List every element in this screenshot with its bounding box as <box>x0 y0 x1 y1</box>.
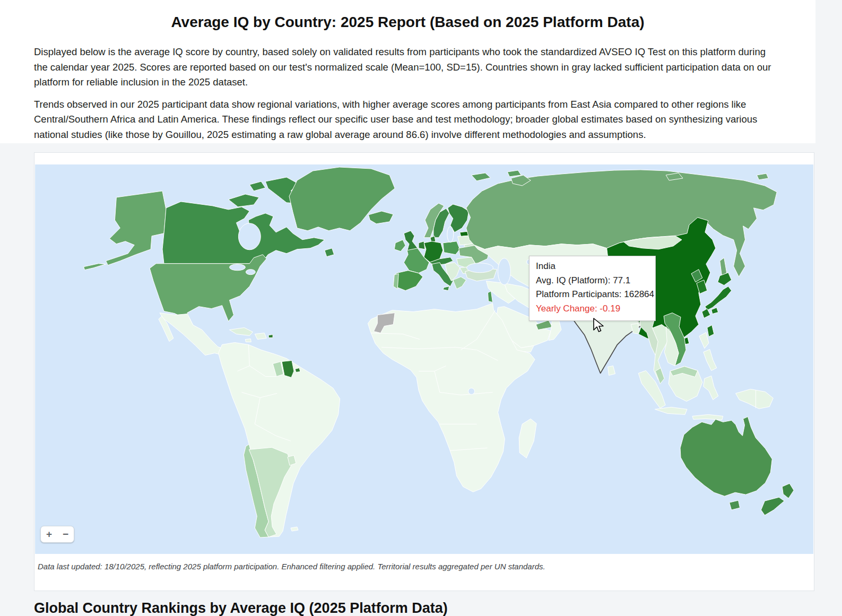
lake-victoria <box>468 388 475 394</box>
caspian-sea <box>498 258 510 285</box>
mouse-cursor-icon <box>593 318 605 334</box>
tooltip-yearly-change: Yearly Change: -0.19 <box>536 302 649 316</box>
country-benelux[interactable] <box>419 241 425 249</box>
zoom-out-button[interactable]: − <box>59 528 73 540</box>
black-sea <box>467 263 493 273</box>
country-puerto-rico[interactable] <box>268 335 273 338</box>
report-header: Average IQ by Country: 2025 Report (Base… <box>0 0 815 143</box>
rankings-section-heading: Global Country Rankings by Average IQ (2… <box>34 600 448 616</box>
intro-paragraph-2: Trends observed in our 2025 participant … <box>34 97 782 143</box>
page-title: Average IQ by Country: 2025 Report (Base… <box>0 0 815 31</box>
country-trinidad[interactable] <box>295 368 300 372</box>
great-lakes <box>230 264 246 271</box>
map-footnote: Data last updated: 18/10/2025, reflectin… <box>38 562 802 571</box>
world-map-card: India Avg. IQ (Platform): 77.1 Platform … <box>34 152 814 591</box>
country-jamaica[interactable] <box>245 339 251 342</box>
choropleth-map[interactable]: India Avg. IQ (Platform): 77.1 Platform … <box>35 164 813 554</box>
intro-paragraph-1: Displayed below is the average IQ score … <box>34 45 782 90</box>
tooltip-participants: Platform Participants: 162864 <box>536 288 649 302</box>
baltic-sea <box>447 227 454 242</box>
country-poland[interactable] <box>443 241 460 255</box>
tooltip-avg-iq: Avg. IQ (Platform): 77.1 <box>536 274 649 288</box>
zoom-in-button[interactable]: + <box>42 528 56 540</box>
intro-text: Displayed below is the average IQ score … <box>34 45 782 142</box>
country-falkland[interactable] <box>291 527 298 531</box>
great-lakes-east <box>246 270 255 275</box>
map-tooltip: India Avg. IQ (Platform): 77.1 Platform … <box>529 256 656 321</box>
country-portugal[interactable] <box>393 274 398 289</box>
tooltip-country: India <box>536 259 649 274</box>
world-map-svg <box>35 164 813 554</box>
hudson-bay <box>238 223 261 250</box>
map-zoom-controls: + − <box>40 526 74 543</box>
